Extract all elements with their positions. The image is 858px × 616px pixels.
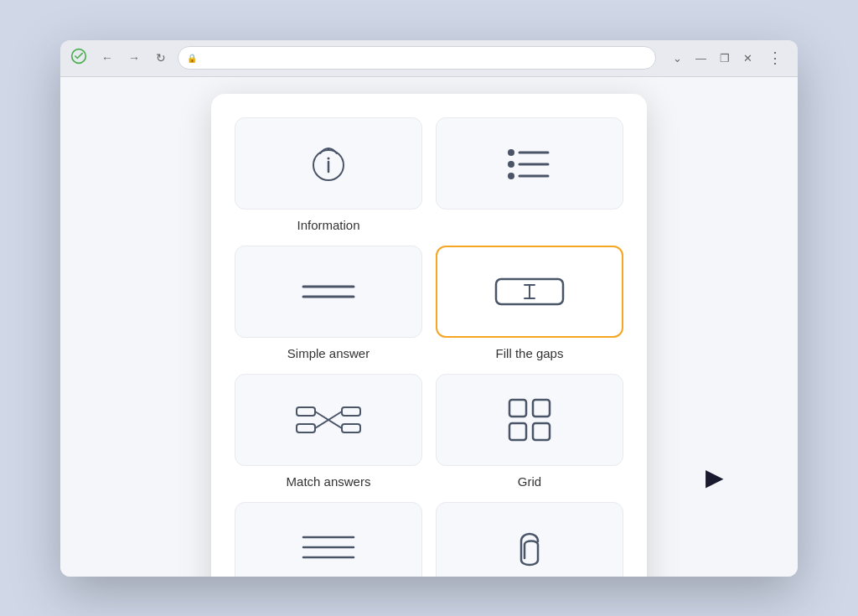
fill-gaps-card[interactable] xyxy=(436,246,623,338)
match-answers-item[interactable]: Match answers xyxy=(235,374,422,489)
text-item[interactable] xyxy=(235,502,422,577)
restore-button[interactable]: ❐ xyxy=(716,50,733,66)
svg-rect-18 xyxy=(342,407,360,416)
window-controls: ⌄ — ❐ ✕ xyxy=(669,50,756,66)
simple-answer-label: Simple answer xyxy=(287,346,370,360)
refresh-button[interactable]: ↻ xyxy=(151,48,171,68)
list-icon xyxy=(504,142,555,184)
browser-window: ← → ↻ 🔒 ⌄ — ❐ ✕ ⋮ xyxy=(60,40,798,577)
svg-rect-23 xyxy=(533,400,550,417)
svg-rect-19 xyxy=(342,424,360,432)
simple-answer-card[interactable] xyxy=(235,246,422,338)
attachment-item[interactable] xyxy=(436,502,623,577)
app-logo xyxy=(70,48,90,68)
attachment-icon xyxy=(509,523,550,573)
simple-answer-item[interactable]: Simple answer xyxy=(235,246,422,360)
address-bar[interactable]: 🔒 xyxy=(178,46,656,70)
chevron-button[interactable]: ⌄ xyxy=(669,50,685,66)
fill-gaps-icon xyxy=(488,267,571,317)
list-card[interactable] xyxy=(436,117,623,210)
svg-rect-17 xyxy=(297,424,315,432)
minimize-button[interactable]: — xyxy=(692,50,710,66)
information-icon xyxy=(305,140,352,187)
svg-rect-25 xyxy=(533,423,550,440)
grid-label: Grid xyxy=(518,474,541,489)
grid-card[interactable] xyxy=(436,374,623,466)
match-answers-label: Match answers xyxy=(287,474,371,489)
grid-icon xyxy=(504,395,555,445)
fill-gaps-label: Fill the gaps xyxy=(496,346,564,360)
close-button[interactable]: ✕ xyxy=(740,50,756,66)
item-type-popup: Information xyxy=(211,94,647,577)
match-answers-icon xyxy=(295,399,362,441)
information-label: Information xyxy=(297,218,359,232)
svg-rect-22 xyxy=(509,400,526,417)
back-button[interactable]: ← xyxy=(97,48,117,68)
attachment-card[interactable] xyxy=(436,502,623,577)
forward-button[interactable]: → xyxy=(124,48,144,68)
mouse-cursor: ▶ xyxy=(706,463,724,491)
svg-rect-24 xyxy=(509,423,526,440)
svg-point-6 xyxy=(508,161,514,168)
svg-rect-16 xyxy=(297,407,315,416)
svg-point-8 xyxy=(508,173,514,179)
list-item[interactable] xyxy=(436,117,623,232)
information-card[interactable] xyxy=(235,117,422,210)
grid-item-card[interactable]: Grid xyxy=(436,374,623,489)
text-card[interactable] xyxy=(235,502,422,577)
simple-answer-icon xyxy=(299,275,358,308)
fill-gaps-item[interactable]: Fill the gaps xyxy=(436,246,623,360)
browser-titlebar: ← → ↻ 🔒 ⌄ — ❐ ✕ ⋮ xyxy=(60,40,798,77)
match-answers-card[interactable] xyxy=(235,374,422,466)
svg-point-4 xyxy=(508,149,514,156)
text-icon xyxy=(299,527,358,569)
lock-icon: 🔒 xyxy=(187,54,197,63)
svg-point-3 xyxy=(328,157,330,159)
item-type-grid: Information xyxy=(235,117,623,577)
more-options-button[interactable]: ⋮ xyxy=(762,47,788,69)
information-item[interactable]: Information xyxy=(235,117,422,232)
browser-content: Information xyxy=(60,77,798,577)
